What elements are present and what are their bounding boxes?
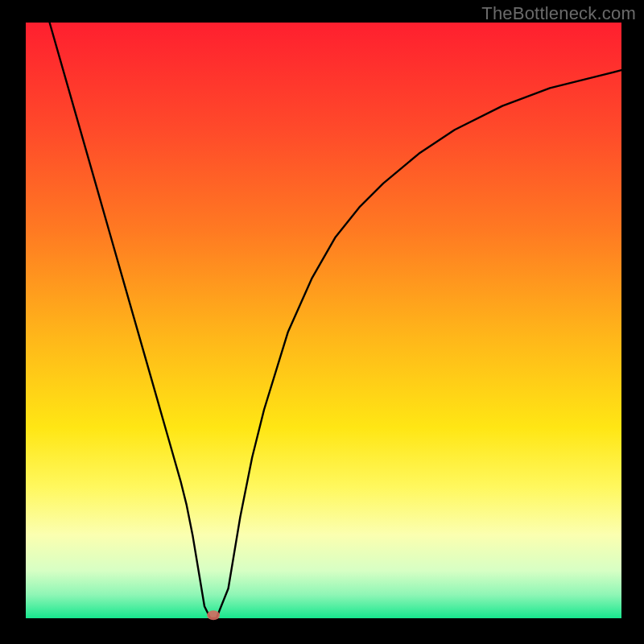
chart-frame: TheBottleneck.com — [0, 0, 644, 644]
watermark-text: TheBottleneck.com — [481, 3, 636, 24]
plot-background — [26, 23, 621, 618]
optimal-point-marker — [207, 610, 220, 620]
bottleneck-chart — [0, 0, 644, 644]
